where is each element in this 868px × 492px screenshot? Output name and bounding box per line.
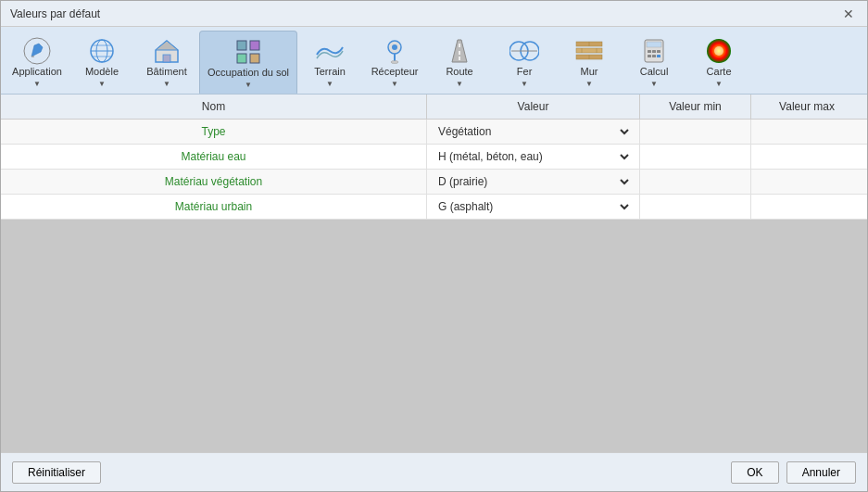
row3-nom: Matériau végétation bbox=[1, 170, 427, 194]
row1-nom: Type bbox=[1, 120, 427, 144]
fer-arrow: ▼ bbox=[521, 80, 528, 88]
toolbar: Application ▼ Modèle ▼ Bâtiment ▼ bbox=[1, 27, 867, 95]
terrain-label: Terrain bbox=[314, 66, 346, 78]
close-button[interactable]: ✕ bbox=[839, 6, 858, 21]
row2-nom: Matériau eau bbox=[1, 145, 427, 169]
occupation-arrow: ▼ bbox=[245, 81, 252, 89]
pin-icon bbox=[380, 36, 409, 66]
route-arrow: ▼ bbox=[456, 80, 463, 88]
pencil-icon bbox=[22, 36, 52, 66]
toolbar-item-fer[interactable]: Fer ▼ bbox=[492, 31, 557, 92]
calcul-label: Calcul bbox=[640, 66, 669, 78]
data-table: Nom Valeur Valeur min Valeur max Type Vé… bbox=[1, 95, 867, 220]
toolbar-item-application[interactable]: Application ▼ bbox=[5, 31, 69, 92]
row2-valeur[interactable]: H (métal, béton, eau) Autre bbox=[427, 145, 640, 169]
terrain-arrow: ▼ bbox=[326, 80, 333, 88]
batiment-label: Bâtiment bbox=[146, 66, 186, 78]
toolbar-item-modele[interactable]: Modèle ▼ bbox=[69, 31, 134, 92]
row2-select[interactable]: H (métal, béton, eau) Autre bbox=[434, 149, 632, 164]
footer-right-buttons: OK Annuler bbox=[731, 461, 856, 484]
svg-rect-13 bbox=[250, 54, 259, 63]
modele-arrow: ▼ bbox=[98, 80, 106, 88]
svg-marker-8 bbox=[156, 41, 178, 50]
dialog-window: Valeurs par défaut ✕ Application ▼ Modèl… bbox=[0, 0, 868, 492]
road-icon bbox=[445, 36, 474, 66]
rail-icon bbox=[509, 36, 539, 66]
main-content: Nom Valeur Valeur min Valeur max Type Vé… bbox=[1, 95, 867, 452]
row4-min bbox=[640, 195, 751, 219]
svg-rect-10 bbox=[237, 41, 246, 50]
row4-valeur[interactable]: G (asphalt) Autre bbox=[427, 195, 640, 219]
toolbar-item-recepteur[interactable]: Récepteur ▼ bbox=[362, 31, 427, 92]
svg-point-40 bbox=[714, 46, 723, 56]
modele-label: Modèle bbox=[85, 66, 119, 78]
table-row: Matériau végétation D (prairie) Autre bbox=[1, 170, 867, 195]
row4-nom: Matériau urbain bbox=[1, 195, 427, 219]
toolbar-item-batiment[interactable]: Bâtiment ▼ bbox=[134, 31, 199, 92]
svg-rect-33 bbox=[648, 50, 651, 53]
svg-rect-35 bbox=[657, 50, 660, 53]
row2-max bbox=[751, 145, 862, 169]
recepteur-label: Récepteur bbox=[371, 66, 419, 78]
svg-rect-34 bbox=[652, 50, 656, 53]
calc-icon bbox=[639, 36, 669, 66]
row2-min bbox=[640, 145, 751, 169]
cancel-button[interactable]: Annuler bbox=[786, 461, 856, 484]
row3-select[interactable]: D (prairie) Autre bbox=[434, 174, 632, 189]
svg-rect-9 bbox=[163, 55, 170, 62]
wave-icon bbox=[315, 36, 345, 66]
toolbar-item-carte[interactable]: Carte ▼ bbox=[686, 31, 751, 92]
table-header: Nom Valeur Valeur min Valeur max bbox=[1, 95, 867, 120]
occupation-label: Occupation du sol bbox=[208, 67, 289, 79]
svg-rect-11 bbox=[250, 41, 259, 50]
dialog-title: Valeurs par défaut bbox=[10, 7, 100, 20]
row3-valeur[interactable]: D (prairie) Autre bbox=[427, 170, 640, 194]
svg-rect-12 bbox=[237, 54, 246, 63]
title-bar: Valeurs par défaut ✕ bbox=[1, 1, 867, 27]
toolbar-item-occupation[interactable]: Occupation du sol ▼ bbox=[199, 31, 297, 94]
toolbar-item-mur[interactable]: Mur ▼ bbox=[557, 31, 622, 92]
carte-label: Carte bbox=[707, 66, 732, 78]
header-nom: Nom bbox=[1, 95, 427, 119]
header-valeur-max: Valeur max bbox=[751, 95, 862, 119]
svg-rect-38 bbox=[657, 55, 660, 57]
row4-select[interactable]: G (asphalt) Autre bbox=[434, 199, 632, 214]
carte-arrow: ▼ bbox=[715, 80, 723, 88]
mur-label: Mur bbox=[581, 66, 598, 78]
application-label: Application bbox=[12, 66, 62, 78]
svg-rect-25 bbox=[576, 48, 602, 53]
svg-rect-36 bbox=[648, 55, 651, 57]
row1-max bbox=[751, 120, 862, 144]
svg-point-15 bbox=[392, 44, 397, 50]
svg-point-17 bbox=[391, 61, 398, 64]
color-icon bbox=[704, 36, 734, 66]
toolbar-item-terrain[interactable]: Terrain ▼ bbox=[297, 31, 362, 92]
mur-arrow: ▼ bbox=[585, 80, 593, 88]
row1-select[interactable]: Végétation Autre bbox=[434, 124, 632, 139]
row3-min bbox=[640, 170, 751, 194]
svg-rect-37 bbox=[652, 55, 656, 57]
fer-label: Fer bbox=[517, 66, 533, 78]
calcul-arrow: ▼ bbox=[650, 80, 658, 88]
toolbar-item-calcul[interactable]: Calcul ▼ bbox=[622, 31, 686, 92]
row1-valeur[interactable]: Végétation Autre bbox=[427, 120, 640, 144]
table-row: Type Végétation Autre bbox=[1, 120, 867, 145]
wall-icon bbox=[574, 36, 604, 66]
svg-rect-32 bbox=[647, 42, 661, 47]
application-arrow: ▼ bbox=[33, 80, 41, 88]
grid-layers-icon bbox=[233, 37, 263, 67]
row3-max bbox=[751, 170, 862, 194]
reset-button[interactable]: Réinitialiser bbox=[12, 461, 101, 484]
footer: Réinitialiser OK Annuler bbox=[1, 452, 867, 491]
row1-min bbox=[640, 120, 751, 144]
toolbar-item-route[interactable]: Route ▼ bbox=[427, 31, 492, 92]
house-icon bbox=[152, 36, 182, 66]
route-label: Route bbox=[446, 66, 472, 78]
table-row: Matériau urbain G (asphalt) Autre bbox=[1, 195, 867, 220]
batiment-arrow: ▼ bbox=[163, 80, 170, 88]
row4-max bbox=[751, 195, 862, 219]
table-row: Matériau eau H (métal, béton, eau) Autre bbox=[1, 145, 867, 170]
ok-button[interactable]: OK bbox=[731, 461, 778, 484]
recepteur-arrow: ▼ bbox=[391, 80, 398, 88]
globe-icon bbox=[87, 36, 117, 66]
